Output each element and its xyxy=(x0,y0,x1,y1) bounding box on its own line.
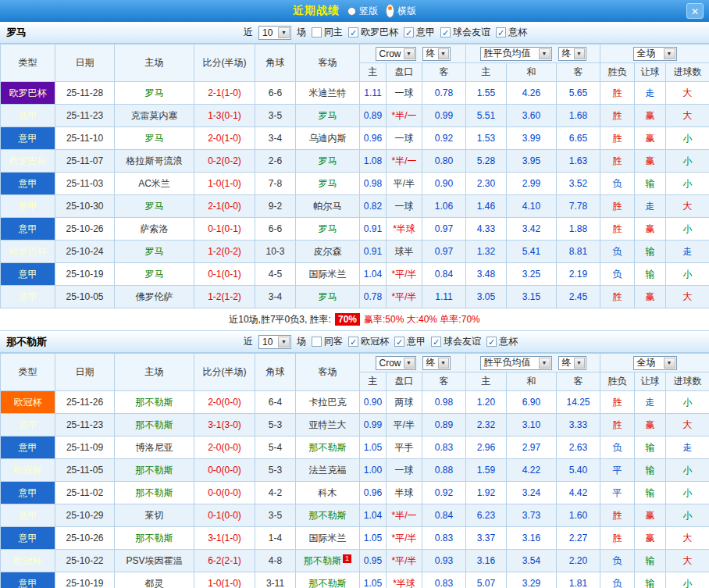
home-team-cell: 那不勒斯 xyxy=(115,527,194,550)
result-group-header: 全场▼ xyxy=(600,354,709,372)
mean-away-cell: 1.68 xyxy=(557,105,600,127)
mean-draw-cell: 2.97 xyxy=(507,437,557,459)
score-cell: 0-1(0-1) xyxy=(194,263,255,286)
filter-checkbox[interactable]: 同客 xyxy=(312,335,343,348)
corner-cell: 6-6 xyxy=(255,82,296,105)
close-icon[interactable]: ✕ xyxy=(686,3,704,19)
score-cell: 1-3(0-1) xyxy=(194,105,255,127)
odds-home-cell: 0.89 xyxy=(360,105,387,127)
mean-select[interactable]: 胜平负均值▼ xyxy=(480,47,552,61)
odds-final-select[interactable]: 终▼ xyxy=(422,356,451,370)
home-team-cell: 博洛尼亚 xyxy=(115,437,194,459)
odds-home-cell: 0.82 xyxy=(360,195,387,218)
filter-checkbox[interactable]: ✓意甲 xyxy=(394,335,426,348)
layout-radio-horizontal[interactable]: 横版 xyxy=(386,4,416,18)
mean-home-cell: 2.32 xyxy=(466,414,507,437)
corner-cell: 5-4 xyxy=(255,437,296,459)
handicap-cell: 两球 xyxy=(387,391,422,414)
dropdown-arrow-icon: ▼ xyxy=(278,27,290,38)
dropdown-arrow-icon: ▼ xyxy=(404,358,415,369)
filter-checkbox[interactable]: 同主 xyxy=(312,26,343,39)
mean-group-header: 胜平负均值▼终▼ xyxy=(466,45,600,63)
handicap-cell: *半/一 xyxy=(387,504,422,527)
filter-checkbox[interactable]: ✓欧罗巴杯 xyxy=(348,26,398,39)
matches-table: 类型日期主场比分(半场)角球客场Crow▼终▼胜平负均值▼终▼全场▼主盘口客主和… xyxy=(0,44,709,308)
mean-final-select[interactable]: 终▼ xyxy=(558,47,586,61)
league-cell: 意甲 xyxy=(1,414,55,437)
mean-home-cell: 4.33 xyxy=(466,218,507,241)
mean-away-cell: 1.60 xyxy=(557,504,600,527)
recent-results-window: 近期战绩 竖版 横版 ✕ 罗马近10▼场同主✓欧罗巴杯✓意甲✓球会友谊✓意杯类型… xyxy=(0,0,709,588)
away-team-cell: 那不勒斯 xyxy=(296,572,360,588)
handicap-cell: 半球 xyxy=(387,482,422,504)
odds-source-select[interactable]: Crow▼ xyxy=(376,356,416,370)
handicap-result-cell: 输 xyxy=(635,482,666,504)
score-cell: 0-1(0-0) xyxy=(194,504,255,527)
selected-option: 胜平负均值 xyxy=(484,356,531,369)
match-count-select[interactable]: 10▼ xyxy=(258,335,291,349)
column-header-odds-home: 主 xyxy=(360,63,387,82)
scope-select[interactable]: 全场▼ xyxy=(633,47,677,61)
score-cell: 0-0(0-0) xyxy=(194,459,255,482)
mean-draw-cell: 3.42 xyxy=(507,218,557,241)
mean-draw-cell: 3.15 xyxy=(507,286,557,308)
filter-checkbox[interactable]: ✓意甲 xyxy=(404,26,435,39)
mean-away-cell: 1.63 xyxy=(557,150,600,173)
mean-select[interactable]: 胜平负均值▼ xyxy=(480,356,552,370)
goals-result-cell: 小 xyxy=(666,150,709,173)
checkbox-label: 意杯 xyxy=(508,26,527,39)
odds-away-cell: 0.84 xyxy=(422,504,466,527)
filter-checkbox[interactable]: ✓球会友谊 xyxy=(431,335,481,348)
result-cell: 负 xyxy=(600,437,635,459)
odds-source-select[interactable]: Crow▼ xyxy=(376,47,416,61)
odds-home-cell: 1.05 xyxy=(360,527,387,550)
mean-home-cell: 1.46 xyxy=(466,195,507,218)
corner-cell: 5-3 xyxy=(255,459,296,482)
result-cell: 胜 xyxy=(600,105,635,127)
match-row: 意甲25-10-19都灵1-0(1-0)3-11那不勒斯1.05*半球0.835… xyxy=(1,572,709,588)
odds-group-header: Crow▼终▼ xyxy=(360,354,466,372)
odds-home-cell: 1.11 xyxy=(360,82,387,105)
column-header-mean-draw: 和 xyxy=(507,63,557,82)
league-cell: 欧冠杯 xyxy=(1,391,55,414)
date-cell: 25-11-03 xyxy=(55,173,115,195)
odds-away-cell: 0.90 xyxy=(422,173,466,195)
odds-home-cell: 1.04 xyxy=(360,504,387,527)
match-count-select[interactable]: 10▼ xyxy=(258,26,291,40)
date-cell: 25-10-19 xyxy=(55,572,115,588)
filter-checkbox[interactable]: ✓意杯 xyxy=(486,335,518,348)
radio-selected-icon xyxy=(386,4,394,18)
filter-checkbox[interactable]: ✓球会友谊 xyxy=(440,26,490,39)
mean-home-cell: 1.92 xyxy=(466,482,507,504)
column-header-mean-home: 主 xyxy=(466,63,507,82)
handicap-result-cell: 赢 xyxy=(635,150,666,173)
corner-cell: 7-8 xyxy=(255,173,296,195)
summary-text: 近10场,胜7平0负3, 胜率: xyxy=(229,313,331,326)
dropdown-arrow-icon: ▼ xyxy=(278,337,290,347)
goals-result-cell: 大 xyxy=(666,195,709,218)
radio-vertical-label: 竖版 xyxy=(359,5,378,18)
odds-group-header: Crow▼终▼ xyxy=(360,45,466,63)
odds-away-cell: 0.84 xyxy=(422,263,466,286)
corner-cell: 4-8 xyxy=(255,550,296,572)
score-cell: 3-1(3-0) xyxy=(194,414,255,437)
column-header-handicap-result: 让球 xyxy=(635,63,666,82)
handicap-cell: 一球 xyxy=(387,195,422,218)
corner-cell: 3-4 xyxy=(255,286,296,308)
corner-cell: 3-5 xyxy=(255,504,296,527)
league-cell: 意甲 xyxy=(1,105,55,127)
checkbox-icon xyxy=(312,27,322,37)
checkbox-icon xyxy=(312,337,322,347)
match-row: 欧罗巴杯25-10-24罗马1-2(0-2)10-3皮尔森0.91球半0.971… xyxy=(1,241,709,263)
away-team-cell: 卡拉巴克 xyxy=(296,391,360,414)
column-header-home: 主场 xyxy=(115,45,194,82)
layout-radio-vertical[interactable]: 竖版 xyxy=(347,5,378,18)
filter-checkbox[interactable]: ✓欧冠杯 xyxy=(348,335,389,348)
mean-final-select[interactable]: 终▼ xyxy=(558,356,586,370)
odds-final-select[interactable]: 终▼ xyxy=(422,47,451,61)
filter-checkbox[interactable]: ✓意杯 xyxy=(496,26,527,39)
dropdown-arrow-icon: ▼ xyxy=(438,48,449,59)
checkbox-icon: ✓ xyxy=(394,337,404,347)
handicap-result-cell: 输 xyxy=(635,572,666,588)
scope-select[interactable]: 全场▼ xyxy=(633,356,677,370)
